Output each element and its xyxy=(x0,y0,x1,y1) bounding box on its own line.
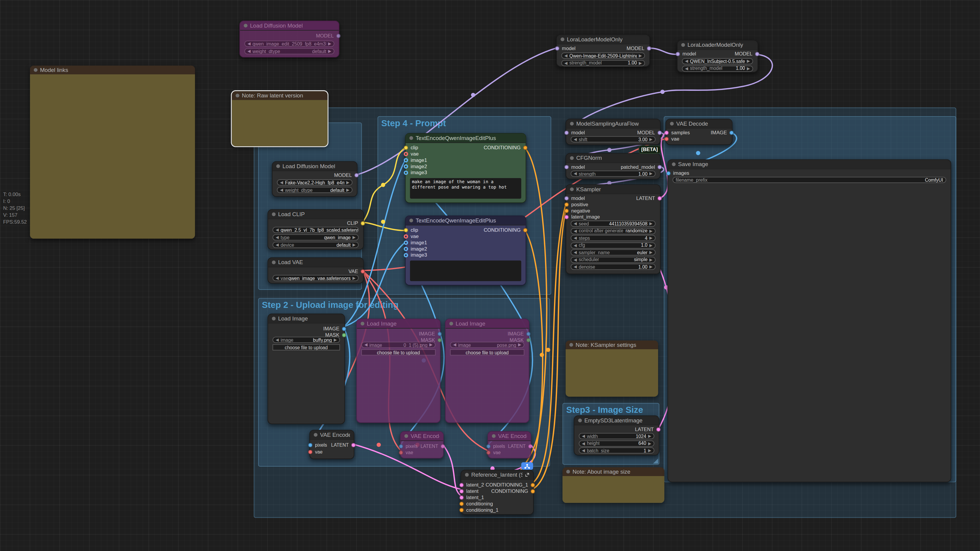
prev-arrow-icon[interactable]: ◀ xyxy=(453,342,456,347)
pixels-input-port[interactable] xyxy=(486,444,491,449)
pixels-input-port[interactable] xyxy=(308,443,313,447)
cfg-widget[interactable]: ◀ cfg1.0 ▶ xyxy=(571,242,655,248)
mask-output-port[interactable] xyxy=(526,338,531,342)
conditioning-1-input-port[interactable] xyxy=(459,508,464,512)
image-output-port[interactable] xyxy=(438,332,442,336)
strength-model-widget[interactable]: ◀ strength_model 1.00 ▶ xyxy=(561,60,645,66)
collapse-dot-icon[interactable] xyxy=(492,434,496,438)
mask-output-port[interactable] xyxy=(438,338,442,342)
image-widget[interactable]: ◀ image 0_1 (5).png ▶ xyxy=(361,342,436,348)
image2-input-port[interactable] xyxy=(404,164,408,169)
next-arrow-icon[interactable]: ▶ xyxy=(639,53,642,58)
collapse-dot-icon[interactable] xyxy=(465,473,469,477)
node-graph-canvas[interactable]: Step 4 - Prompt Step 2 - Upload image fo… xyxy=(0,0,980,551)
next-arrow-icon[interactable]: ▶ xyxy=(639,60,642,65)
denoise-widget[interactable]: ◀ denoise1.00 ▶ xyxy=(571,263,655,270)
collapse-dot-icon[interactable] xyxy=(276,164,280,168)
latent-output-port[interactable] xyxy=(441,444,445,449)
node-load-image-3-bypassed[interactable]: Load Image IMAGE MASK ◀ image pose.png ▶… xyxy=(445,318,529,423)
type-widget[interactable]: ◀ type qwen_image ▶ xyxy=(272,234,359,240)
node-empty-sd3-latent-image[interactable]: EmptySD3LatentImage LATENT ◀ width1024 ▶… xyxy=(574,416,660,455)
next-arrow-icon[interactable]: ▶ xyxy=(649,264,652,269)
choose-file-button[interactable]: choose file to upload xyxy=(272,344,340,350)
model-input-port[interactable] xyxy=(565,196,569,201)
node-load-vae[interactable]: Load VAE VAE ◀ vae_name qwen_image_vae.s… xyxy=(267,258,364,284)
expand-subgraph-icon[interactable] xyxy=(525,472,530,477)
group-resize-handle[interactable] xyxy=(653,459,658,464)
next-arrow-icon[interactable]: ▶ xyxy=(353,276,356,280)
note-about-image-size[interactable]: Note: About image size xyxy=(562,467,664,503)
image3-input-port[interactable] xyxy=(404,170,408,175)
prev-arrow-icon[interactable]: ◀ xyxy=(280,187,283,193)
next-arrow-icon[interactable]: ▶ xyxy=(649,221,652,226)
next-arrow-icon[interactable]: ▶ xyxy=(429,342,432,347)
collapse-dot-icon[interactable] xyxy=(566,470,570,474)
prev-arrow-icon[interactable]: ◀ xyxy=(582,448,585,453)
model-output-port[interactable] xyxy=(647,46,651,51)
image2-input-port[interactable] xyxy=(404,247,408,251)
collapse-dot-icon[interactable] xyxy=(672,162,676,166)
prev-arrow-icon[interactable]: ◀ xyxy=(574,250,577,255)
choose-file-button[interactable]: choose file to upload xyxy=(450,349,524,355)
image1-input-port[interactable] xyxy=(404,158,408,162)
clip-output-port[interactable] xyxy=(361,221,365,226)
model-input-port[interactable] xyxy=(676,52,680,56)
collapse-dot-icon[interactable] xyxy=(570,156,574,160)
prev-arrow-icon[interactable]: ◀ xyxy=(565,53,568,58)
collapse-dot-icon[interactable] xyxy=(569,343,573,347)
note-ksampler-settings[interactable]: Note: KSampler settings xyxy=(566,341,658,397)
prev-arrow-icon[interactable]: ◀ xyxy=(574,228,577,234)
node-vae-encode-2-bypassed[interactable]: VAE Encode pixels vae LATENT xyxy=(400,431,444,459)
collapse-dot-icon[interactable] xyxy=(404,434,408,438)
vae-input-port[interactable] xyxy=(404,234,408,239)
collapse-dot-icon[interactable] xyxy=(409,218,414,223)
collapse-dot-icon[interactable] xyxy=(670,122,674,126)
pixels-input-port[interactable] xyxy=(399,444,403,449)
prev-arrow-icon[interactable]: ◀ xyxy=(275,242,278,248)
vae-input-port[interactable] xyxy=(404,152,408,156)
note-raw-latent[interactable]: Note: Raw latent version xyxy=(232,91,328,146)
next-arrow-icon[interactable]: ▶ xyxy=(648,433,651,439)
collapse-dot-icon[interactable] xyxy=(361,322,364,326)
prev-arrow-icon[interactable]: ◀ xyxy=(275,235,278,240)
next-arrow-icon[interactable]: ▶ xyxy=(648,448,651,453)
images-input-port[interactable] xyxy=(666,171,671,176)
node-load-diffusion-model[interactable]: Load Diffusion Model MODEL ◀ Fake-Vace2.… xyxy=(272,161,358,197)
prev-arrow-icon[interactable]: ◀ xyxy=(685,59,688,64)
prev-arrow-icon[interactable]: ◀ xyxy=(574,264,577,269)
collapse-dot-icon[interactable] xyxy=(272,261,276,264)
prev-arrow-icon[interactable]: ◀ xyxy=(248,49,251,54)
vae-input-port[interactable] xyxy=(399,450,403,455)
next-arrow-icon[interactable]: ▶ xyxy=(649,243,652,248)
next-arrow-icon[interactable]: ▶ xyxy=(346,187,349,193)
width-widget[interactable]: ◀ width1024 ▶ xyxy=(579,433,654,439)
latent-output-port[interactable] xyxy=(352,443,356,447)
subgraph-badge[interactable] xyxy=(521,462,533,470)
vae-output-port[interactable] xyxy=(361,269,365,274)
node-load-image-1[interactable]: Load Image IMAGE MASK ◀ image buffy.png … xyxy=(267,314,345,424)
prev-arrow-icon[interactable]: ◀ xyxy=(565,60,568,65)
model-output-port[interactable] xyxy=(354,173,359,177)
negative-input-port[interactable] xyxy=(565,209,569,213)
batch-size-widget[interactable]: ◀ batch_size1 ▶ xyxy=(579,447,654,454)
image-output-port[interactable] xyxy=(342,327,346,331)
image-output-port[interactable] xyxy=(526,332,531,336)
prompt-textarea[interactable]: make an image of the woman in a differen… xyxy=(410,178,521,199)
conditioning-output-port[interactable] xyxy=(523,146,528,150)
prev-arrow-icon[interactable]: ◀ xyxy=(280,180,283,185)
seed-widget[interactable]: ◀ seed441110359394508 ▶ xyxy=(571,221,655,227)
conditioning-input-port[interactable] xyxy=(459,502,464,506)
next-arrow-icon[interactable]: ▶ xyxy=(649,171,652,176)
sampler-name-widget[interactable]: ◀ sampler_nameeuler ▶ xyxy=(571,249,655,255)
node-model-sampling-auraflow[interactable]: ModelSamplingAuraFlow model MODEL ◀ shif… xyxy=(566,119,661,145)
collapse-dot-icon[interactable] xyxy=(34,68,38,72)
prev-arrow-icon[interactable]: ◀ xyxy=(364,342,367,347)
node-vae-encode-3-bypassed[interactable]: VAE Encode pixels vae LATENT xyxy=(487,431,531,459)
weight-dtype-widget[interactable]: ◀ weight_dtype default ▶ xyxy=(244,48,334,54)
node-ksampler[interactable]: KSampler model positive negative latent_… xyxy=(566,185,661,274)
ckpt-name-widget[interactable]: ◀ Fake-Vace2.2-High_fp8_e4m3fn.... ▶ xyxy=(277,179,353,186)
prev-arrow-icon[interactable]: ◀ xyxy=(574,171,577,176)
model-input-port[interactable] xyxy=(565,131,569,135)
latent-2-input-port[interactable] xyxy=(459,483,464,487)
next-arrow-icon[interactable]: ▶ xyxy=(747,59,750,64)
